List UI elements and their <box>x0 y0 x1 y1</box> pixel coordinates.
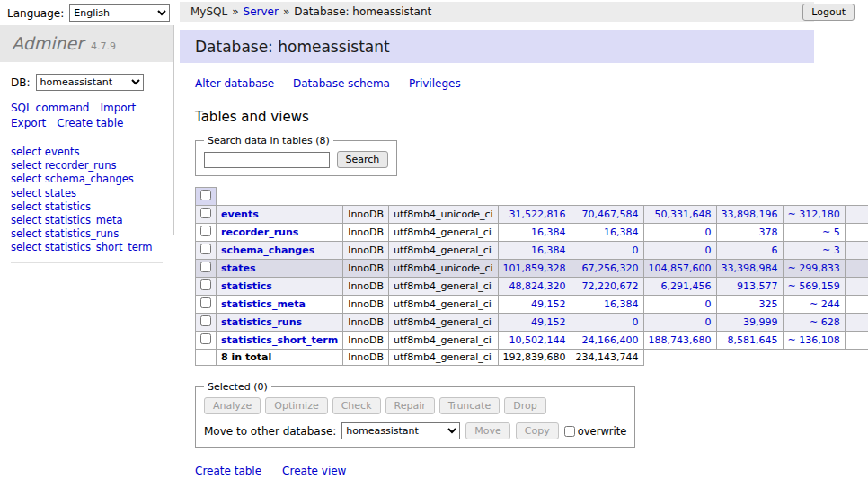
data-length-cell: 49,152 <box>498 296 571 314</box>
data-free-link[interactable]: 0 <box>705 316 712 328</box>
bulk-action-button[interactable]: Optimize <box>265 397 327 414</box>
auto-increment-link[interactable]: 33,898,196 <box>722 209 778 220</box>
auto-increment-link[interactable]: 378 <box>759 226 778 238</box>
auto-increment-link[interactable]: 33,398,984 <box>722 262 778 274</box>
rows-count-link[interactable]: ~ 299,833 <box>788 262 840 274</box>
copy-button[interactable]: Copy <box>516 422 559 439</box>
db-nav-link[interactable]: Alter database <box>195 77 274 90</box>
sidebar-table-link[interactable]: select events <box>11 146 163 159</box>
data-length-link[interactable]: 48,824,320 <box>509 280 566 292</box>
rows-count-link[interactable]: ~ 244 <box>810 298 840 310</box>
data-free-link[interactable]: 0 <box>705 244 712 256</box>
row-checkbox[interactable] <box>200 208 211 218</box>
data-free-link[interactable]: 188,743,680 <box>649 334 712 346</box>
table-name-link[interactable]: statistics_runs <box>221 316 302 328</box>
index-length-link[interactable]: 16,384 <box>604 298 639 310</box>
row-checkbox[interactable] <box>200 297 211 308</box>
language-select[interactable]: English <box>69 4 170 22</box>
index-length-link[interactable]: 72,220,672 <box>582 280 639 292</box>
auto-increment-link[interactable]: 39,999 <box>743 316 778 328</box>
create-link[interactable]: Create view <box>282 465 346 477</box>
auto-increment-link[interactable]: 913,577 <box>737 280 778 292</box>
sidebar-table-link[interactable]: select states <box>11 187 163 200</box>
index-length-link[interactable]: 24,166,400 <box>582 334 639 346</box>
table-name-link[interactable]: events <box>221 209 259 220</box>
table-name-link[interactable]: statistics <box>221 280 272 292</box>
index-length-link[interactable]: 70,467,584 <box>582 209 639 220</box>
sidebar-table-link[interactable]: select recorder_runs <box>11 159 163 173</box>
data-length-link[interactable]: 16,384 <box>531 226 566 238</box>
data-length-link[interactable]: 49,152 <box>531 316 566 328</box>
auto-increment-link[interactable]: 6 <box>772 244 778 256</box>
search-button[interactable]: Search <box>337 151 389 168</box>
sidebar-action-link[interactable]: Import <box>100 102 136 114</box>
row-checkbox[interactable] <box>200 315 211 326</box>
rows-count-link[interactable]: ~ 5 <box>822 226 840 238</box>
rows-count-link[interactable]: ~ 628 <box>810 316 840 328</box>
table-name-link[interactable]: schema_changes <box>221 244 314 256</box>
row-checkbox[interactable] <box>200 279 211 290</box>
table-name-link[interactable]: states <box>221 262 256 274</box>
bulk-action-button[interactable]: Check <box>332 397 381 414</box>
rows-count-link[interactable]: ~ 312,180 <box>788 209 840 220</box>
sidebar-action-link[interactable]: Export <box>11 117 46 129</box>
auto-increment-cell: 325 <box>716 296 783 314</box>
breadcrumb-link-server[interactable]: Server <box>244 5 279 18</box>
sidebar-table-link[interactable]: select statistics_short_term <box>11 241 163 254</box>
move-db-select[interactable]: homeassistant <box>341 422 460 439</box>
total-data-length: 192,839,680 <box>498 350 571 366</box>
row-checkbox[interactable] <box>200 244 211 254</box>
index-length-link[interactable]: 67,256,320 <box>582 262 639 274</box>
search-input[interactable] <box>204 152 330 168</box>
db-select[interactable]: homeassistant <box>36 74 144 91</box>
move-button[interactable]: Move <box>465 422 510 439</box>
table-name-cell: schema_changes <box>217 242 343 260</box>
bulk-action-button[interactable]: Analyze <box>204 397 261 414</box>
data-free-link[interactable]: 6,291,456 <box>661 280 712 292</box>
sidebar-table-link[interactable]: select statistics_runs <box>11 227 163 241</box>
breadcrumb-link-mysql[interactable]: MySQL <box>190 5 227 18</box>
row-checkbox[interactable] <box>200 262 211 272</box>
sidebar-action-links: SQL commandImportExportCreate table <box>11 102 153 138</box>
data-free-link[interactable]: 0 <box>705 226 712 238</box>
row-checkbox[interactable] <box>200 226 211 236</box>
data-free-link[interactable]: 0 <box>705 298 712 310</box>
index-length-link[interactable]: 0 <box>633 244 639 256</box>
index-length-link[interactable]: 0 <box>633 316 639 328</box>
logout-button[interactable]: Logout <box>802 4 855 21</box>
table-row: schema_changes InnoDB utf8mb4_general_ci… <box>196 242 868 260</box>
bulk-action-button[interactable]: Repair <box>385 397 435 414</box>
collation-cell: utf8mb4_general_ci <box>389 296 498 314</box>
comment-cell <box>845 332 868 350</box>
sidebar-action-link[interactable]: Create table <box>57 117 123 129</box>
bulk-action-button[interactable]: Truncate <box>439 397 500 414</box>
select-all-checkbox[interactable] <box>200 190 211 200</box>
data-free-link[interactable]: 50,331,648 <box>655 209 712 220</box>
rows-count-link[interactable]: ~ 136,108 <box>788 334 840 346</box>
table-name-link[interactable]: statistics_meta <box>221 298 306 310</box>
table-name-link[interactable]: recorder_runs <box>221 226 298 238</box>
data-length-link[interactable]: 31,522,816 <box>509 209 566 220</box>
data-free-link[interactable]: 104,857,600 <box>649 262 712 274</box>
rows-count-link[interactable]: ~ 3 <box>822 244 840 256</box>
data-length-link[interactable]: 10,502,144 <box>509 334 566 346</box>
data-length-link[interactable]: 16,384 <box>531 244 566 256</box>
sidebar-table-link[interactable]: select statistics_meta <box>11 214 163 227</box>
sidebar-table-link[interactable]: select schema_changes <box>11 173 163 186</box>
data-length-link[interactable]: 101,859,328 <box>503 262 566 274</box>
db-nav-link[interactable]: Privileges <box>409 77 461 90</box>
collation-cell: utf8mb4_general_ci <box>389 314 498 332</box>
auto-increment-link[interactable]: 325 <box>759 298 778 310</box>
db-nav-link[interactable]: Database schema <box>293 77 390 90</box>
overwrite-checkbox[interactable] <box>564 426 575 437</box>
row-checkbox[interactable] <box>200 333 211 344</box>
sidebar-table-link[interactable]: select statistics <box>11 200 163 214</box>
index-length-link[interactable]: 16,384 <box>604 226 639 238</box>
sidebar-action-link[interactable]: SQL command <box>11 102 89 114</box>
bulk-action-button[interactable]: Drop <box>504 397 545 414</box>
table-name-link[interactable]: statistics_short_term <box>221 334 338 346</box>
create-link[interactable]: Create table <box>195 465 261 477</box>
data-length-link[interactable]: 49,152 <box>531 298 566 310</box>
rows-count-link[interactable]: ~ 569,159 <box>788 280 840 292</box>
auto-increment-link[interactable]: 8,581,645 <box>728 334 778 346</box>
